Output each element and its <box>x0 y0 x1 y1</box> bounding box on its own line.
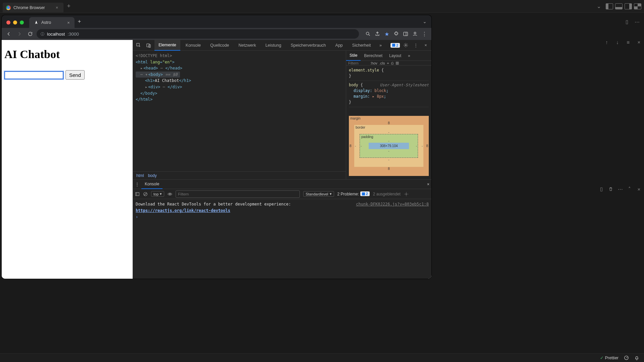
log-link[interactable]: https://reactjs.org/link/react-devtools <box>136 208 230 213</box>
new-tab-icon[interactable]: + <box>67 3 71 10</box>
editor-tab-title: Chrome Browser <box>13 5 45 10</box>
more-tabs-icon[interactable]: » <box>376 41 385 50</box>
panel-bottom-icon[interactable] <box>615 3 623 9</box>
dom-breadcrumb[interactable]: html body <box>133 171 346 179</box>
styles-panel-icon[interactable]: ▥ <box>396 61 399 65</box>
clear-console-icon[interactable] <box>143 192 148 196</box>
chrome-toolbar: ⓘ localhost:3000 ★ ⋮ <box>2 28 431 40</box>
console-filter-input[interactable] <box>176 190 300 198</box>
more-actions-icon[interactable]: ⋯ <box>634 19 640 25</box>
status-feedback-icon[interactable] <box>624 355 629 360</box>
bookmark-star-icon[interactable]: ★ <box>382 30 391 38</box>
elements-dom-tree[interactable]: <!DOCTYPE html> <html lang="en"> ▸<head>… <box>133 51 343 171</box>
devtools-tab-network[interactable]: Netzwerk <box>234 40 260 51</box>
log-level-selector[interactable]: Standardlevel ▾ <box>303 191 334 197</box>
address-bar[interactable]: ⓘ localhost:3000 <box>37 29 359 39</box>
more-icon[interactable]: ⋮ <box>420 30 429 38</box>
minimize-window-icon[interactable] <box>13 20 17 25</box>
forward-icon[interactable] <box>15 30 24 38</box>
drawer-menu-icon[interactable]: ⋮ <box>135 182 139 187</box>
hidden-count[interactable]: 2 ausgeblendet <box>373 192 401 196</box>
devtools-tab-application[interactable]: App <box>331 40 347 51</box>
close-panel-icon[interactable]: × <box>636 39 642 45</box>
hov-toggle[interactable]: :hov <box>370 61 377 65</box>
console-settings-icon[interactable] <box>404 192 409 196</box>
new-rule-icon[interactable]: + <box>387 61 389 65</box>
tabs-dropdown-icon[interactable]: ⌄ <box>423 19 429 24</box>
terminal-split-icon[interactable]: ▯ <box>598 186 604 192</box>
send-button[interactable]: Send <box>65 70 85 80</box>
window-controls[interactable] <box>4 20 27 28</box>
cls-toggle[interactable]: .cls <box>379 61 385 65</box>
console-output[interactable]: chunk-DFK0J226.js?v=803eb5c1:8 Download … <box>133 199 431 223</box>
svg-point-15 <box>406 193 407 195</box>
browser-tab[interactable]: Astro × <box>29 17 75 28</box>
devtools-close-icon[interactable]: × <box>421 41 430 50</box>
styles-tab-computed[interactable]: Berechnet <box>361 51 386 61</box>
extensions-icon[interactable] <box>392 30 401 38</box>
status-prettier[interactable]: ✓Prettier <box>600 355 618 360</box>
log-source-link[interactable]: chunk-DFK0J226.js?v=803eb5c1:8 <box>356 201 429 208</box>
devtools-menu-icon[interactable]: ⋮ <box>411 41 420 50</box>
close-window-icon[interactable] <box>6 20 10 25</box>
more-icon[interactable]: ⋯ <box>617 186 623 192</box>
reload-icon[interactable] <box>26 30 35 38</box>
chevron-down-icon[interactable]: ⌄ <box>597 3 601 9</box>
trash-icon[interactable] <box>608 186 614 192</box>
editor-status-bar[interactable]: ✓Prettier <box>0 353 644 362</box>
selected-dom-node[interactable]: ⋯ ▾<body> == $0 <box>136 72 180 78</box>
settings-gear-icon[interactable] <box>401 41 410 50</box>
close-icon[interactable]: × <box>56 5 58 10</box>
layout-grid-icon[interactable] <box>634 3 641 9</box>
close-terminal-icon[interactable]: × <box>636 186 642 192</box>
site-info-icon[interactable]: ⓘ <box>41 32 44 37</box>
chat-input[interactable] <box>4 71 63 79</box>
status-bell-icon[interactable] <box>634 355 639 360</box>
live-expression-icon[interactable] <box>168 192 172 196</box>
box-model-diagram[interactable]: margin 8 8 8 border - - - padding <box>346 110 431 181</box>
chrome-window: Astro × + ⌄ ⓘ localhost:3000 ★ <box>2 15 431 279</box>
list-icon[interactable]: ≡ <box>625 39 631 45</box>
panel-left-icon[interactable] <box>606 3 613 9</box>
devtools-tab-console[interactable]: Konsole <box>182 40 205 51</box>
console-prompt-icon[interactable]: › <box>136 215 138 219</box>
back-icon[interactable] <box>4 30 13 38</box>
drawer-tab-console[interactable]: Konsole <box>141 180 163 189</box>
styles-filter-input[interactable] <box>348 61 368 65</box>
device-toolbar-icon[interactable] <box>144 41 153 50</box>
drawer-close-icon[interactable]: × <box>427 182 429 187</box>
zoom-icon[interactable] <box>364 30 372 38</box>
breadcrumb-item[interactable]: body <box>148 173 157 178</box>
styles-tab-styles[interactable]: Stile <box>346 51 361 61</box>
profile-icon[interactable] <box>411 30 419 38</box>
devtools-tab-performance[interactable]: Leistung <box>261 40 285 51</box>
styles-rules[interactable]: element.style { } User-Agent-Stylesheet … <box>346 65 431 110</box>
fullscreen-window-icon[interactable] <box>20 20 24 25</box>
svg-rect-2 <box>404 32 408 36</box>
share-icon[interactable] <box>373 30 382 38</box>
split-right-icon[interactable]: ▯ <box>624 19 630 25</box>
context-selector[interactable]: top ▾ <box>151 191 164 197</box>
inspect-element-icon[interactable] <box>134 41 143 50</box>
devtools-tab-security[interactable]: Sicherheit <box>348 40 375 51</box>
chevron-up-icon[interactable]: ˄ <box>627 186 633 192</box>
styles-tab-layout[interactable]: Layout <box>386 51 405 61</box>
editor-tab[interactable]: Chrome Browser × <box>3 3 63 13</box>
issues-badge[interactable]: 2 <box>390 43 400 48</box>
panel-right-icon[interactable] <box>625 3 632 9</box>
more-styles-tabs-icon[interactable]: » <box>405 51 414 61</box>
styles-sidebar: Stile Berechnet Layout » :hov .cls + ⎙ ▥ <box>346 51 431 179</box>
problems-label[interactable]: 2 Probleme: 2 <box>337 191 370 196</box>
new-tab-button[interactable]: + <box>78 18 81 25</box>
devtools-tab-memory[interactable]: Speicherverbrauch <box>287 40 330 51</box>
console-sidebar-icon[interactable] <box>135 192 140 196</box>
devtools-tab-elements[interactable]: Elemente <box>154 40 180 51</box>
browser-tab-title: Astro <box>41 20 51 25</box>
side-panel-icon[interactable] <box>401 30 410 38</box>
devtools-tab-sources[interactable]: Quellcode <box>206 40 233 51</box>
arrow-down-icon[interactable]: ↓ <box>614 39 620 45</box>
arrow-up-icon[interactable]: ↑ <box>604 39 610 45</box>
breadcrumb-item[interactable]: html <box>136 173 144 178</box>
styles-print-icon[interactable]: ⎙ <box>391 61 394 65</box>
close-tab-icon[interactable]: × <box>67 20 70 25</box>
